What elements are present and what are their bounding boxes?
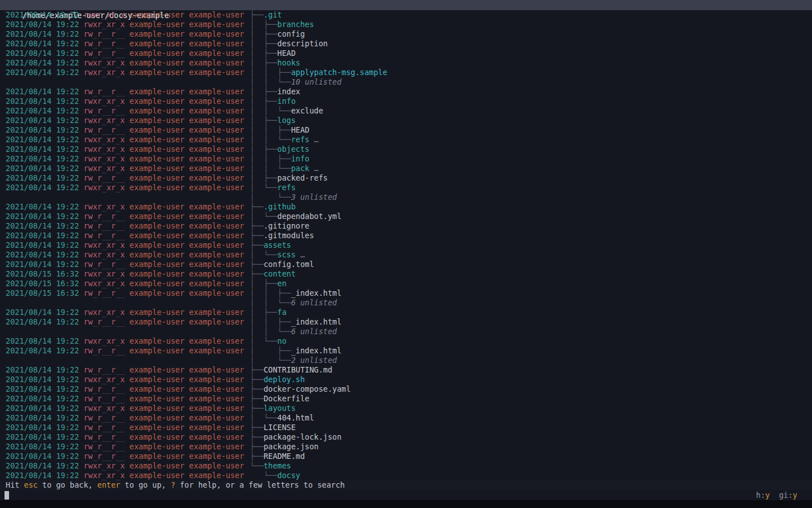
perm-char: _ xyxy=(107,423,111,432)
tree-cell: ├──content xyxy=(250,269,295,279)
unlisted-count: 6 unlisted xyxy=(291,298,337,307)
perm-char: _ xyxy=(107,452,111,461)
file-date: 2021/08/14 19:22 xyxy=(6,144,79,154)
file-name[interactable]: description xyxy=(277,39,328,48)
file-date: 2021/08/15 16:32 xyxy=(6,288,79,297)
file-name[interactable]: packed-refs xyxy=(277,173,328,182)
file-group: example-user xyxy=(189,404,244,413)
perm-char: r xyxy=(98,461,102,470)
file-name[interactable]: config xyxy=(277,29,305,38)
file-date: 2021/08/14 19:22 xyxy=(6,183,79,192)
tree-cell: │ └──dependabot.yml xyxy=(250,212,342,221)
file-name[interactable]: LICENSE xyxy=(263,423,295,432)
file-date: 2021/08/14 19:22 xyxy=(6,423,79,432)
file-owner: example-user xyxy=(130,250,185,259)
directory-name[interactable]: logs xyxy=(277,116,296,125)
perm-char: r xyxy=(98,336,102,345)
file-name[interactable]: index xyxy=(277,87,301,96)
directory-name[interactable]: hooks xyxy=(277,58,301,67)
directory-name[interactable]: info xyxy=(277,97,296,106)
tree-cell: │ ├──description xyxy=(250,39,328,49)
directory-name[interactable]: scss xyxy=(277,250,296,259)
file-name[interactable]: applypatch-msg.sample xyxy=(291,68,387,77)
tree-cell: ├──CONTRIBUTING.md xyxy=(250,365,332,375)
directory-name[interactable]: .git xyxy=(263,10,282,19)
tree-branch: │ │ ├── xyxy=(250,154,291,163)
file-name[interactable]: package-lock.json xyxy=(263,432,341,441)
file-metadata: 2021/08/14 19:22 rwxr_xr_x example-user … xyxy=(6,154,250,164)
directory-name[interactable]: fa xyxy=(277,308,286,317)
perm-char: x xyxy=(120,471,125,480)
directory-name[interactable]: refs xyxy=(291,135,310,144)
file-metadata: 2021/08/14 19:22 rwxr_xr_x example-user … xyxy=(6,250,250,260)
file-name[interactable]: package.json xyxy=(263,442,319,451)
directory-name[interactable]: .github xyxy=(263,202,295,211)
file-name[interactable]: docker-compose.yaml xyxy=(263,384,350,393)
perm-char: r xyxy=(98,231,102,240)
file-name[interactable]: deploy.sh xyxy=(263,375,304,384)
tree-cell: │ └──3 unlisted xyxy=(250,192,337,202)
file-permissions: rwxr_xr_x xyxy=(83,308,125,317)
file-name[interactable]: _index.html xyxy=(291,288,341,297)
perm-char: x xyxy=(92,58,97,67)
file-date: 2021/08/14 19:22 xyxy=(6,154,79,163)
tree-cell: │ ├──config xyxy=(250,29,305,39)
directory-name[interactable]: pack xyxy=(291,164,310,173)
perm-char: _ xyxy=(92,49,97,58)
directory-name[interactable]: no xyxy=(277,336,286,345)
file-group: example-user xyxy=(189,202,244,211)
file-permissions: rwxr_xr_x xyxy=(83,58,125,67)
file-name[interactable]: 404.html xyxy=(277,413,314,422)
file-row: 2021/08/14 19:22 rwxr_xr_x example-user … xyxy=(6,471,812,480)
file-name[interactable]: .gitmodules xyxy=(263,231,314,240)
perm-char: _ xyxy=(102,269,107,278)
file-date: 2021/08/14 19:22 xyxy=(6,202,79,211)
tree-cell: ├──.gitignore xyxy=(250,221,310,231)
file-name[interactable]: CONTRIBUTING.md xyxy=(263,365,332,374)
file-name[interactable]: .gitignore xyxy=(263,221,309,230)
file-group: example-user xyxy=(189,154,244,163)
file-owner: example-user xyxy=(130,432,185,441)
tree-cell: │ │ ├──HEAD xyxy=(250,125,310,135)
truncation-ellipsis: … xyxy=(310,164,319,173)
tree-cell: │ └──404.html xyxy=(250,413,314,423)
directory-name[interactable]: info xyxy=(291,154,310,163)
directory-name[interactable]: branches xyxy=(277,20,314,29)
tree-branch: │ ├── xyxy=(250,29,277,38)
tree-cell: │ │ └──pack … xyxy=(250,164,319,173)
directory-name[interactable]: content xyxy=(263,269,295,278)
file-permissions: rw_r__r__ xyxy=(83,29,125,38)
file-permissions: rw_r__r__ xyxy=(83,173,125,182)
directory-name[interactable]: refs xyxy=(277,183,296,192)
perm-char: r xyxy=(98,106,102,115)
file-name[interactable]: HEAD xyxy=(277,49,296,58)
perm-char: _ xyxy=(102,250,107,259)
perm-char: r xyxy=(98,404,102,413)
file-name[interactable]: dependabot.yml xyxy=(277,212,342,221)
tree-branch: ├── xyxy=(250,384,263,393)
directory-name[interactable]: layouts xyxy=(263,404,295,413)
perm-char: _ xyxy=(92,288,97,297)
file-name[interactable]: Dockerfile xyxy=(263,394,309,403)
directory-name[interactable]: docsy xyxy=(277,471,301,480)
perm-char: r xyxy=(98,164,102,173)
directory-name[interactable]: assets xyxy=(263,240,291,249)
tree-branch: │ └── xyxy=(250,413,277,422)
file-group: example-user xyxy=(189,125,244,134)
file-name[interactable]: HEAD xyxy=(291,125,310,134)
perm-char: x xyxy=(120,144,125,154)
tree-branch: └── xyxy=(250,461,263,470)
directory-name[interactable]: themes xyxy=(263,461,291,470)
perm-char: x xyxy=(92,20,97,29)
tree-branch: │ └── xyxy=(250,192,291,202)
directory-name[interactable]: en xyxy=(277,279,286,288)
directory-name[interactable]: objects xyxy=(277,144,310,154)
search-input-bar[interactable]: h:y gi:y xyxy=(0,490,812,500)
file-name[interactable]: exclude xyxy=(291,106,323,115)
perm-char: _ xyxy=(120,173,125,182)
file-name[interactable]: _index.html xyxy=(291,317,341,326)
file-name[interactable]: _index.html xyxy=(291,346,341,355)
file-name[interactable]: config.toml xyxy=(263,260,314,269)
file-name[interactable]: README.md xyxy=(263,452,304,461)
flag-value-hidden: y xyxy=(765,491,770,500)
